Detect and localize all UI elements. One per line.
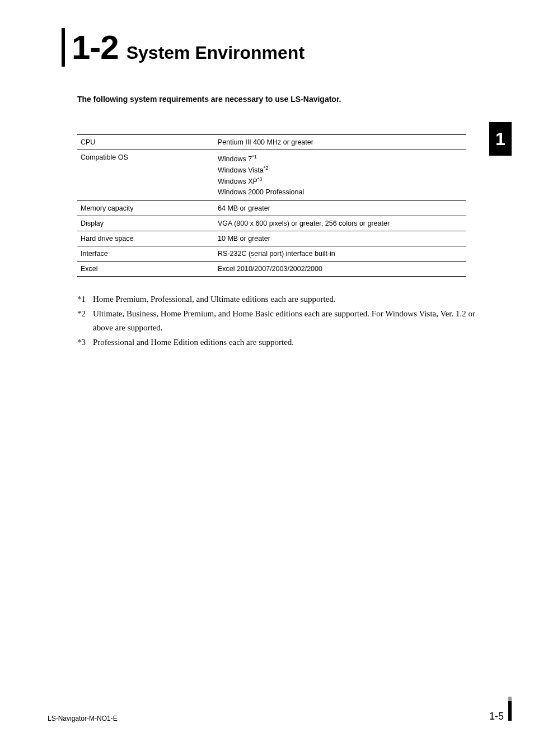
footer-accent-icon [508,697,512,722]
spec-label: Memory capacity [77,201,214,216]
os-line: Windows 7*1 [218,153,463,165]
os-line: Windows 2000 Professional [218,187,463,198]
spec-table: CPU Pentium III 400 MHz or greater Compa… [77,134,466,277]
section-title: System Environment [127,43,305,63]
footer-page-wrap: 1-5 [489,697,512,722]
intro-text: The following system requirements are ne… [77,95,486,104]
section-heading: 1-2 System Environment [62,28,486,67]
footnote: *1 Home Premium, Professional, and Ultim… [77,292,486,307]
footnote: *2 Ultimate, Business, Home Premium, and… [77,307,486,335]
spec-label: CPU [77,135,214,150]
page-footer: LS-Navigator-M-NO1-E 1-5 [48,697,512,722]
spec-value: 10 MB or greater [214,231,466,246]
footnote-text: Home Premium, Professional, and Ultimate… [93,292,336,307]
table-row: Display VGA (800 x 600 pixels) or greate… [77,216,466,231]
footnote-mark: *3 [77,335,93,350]
footnote-text: Professional and Home Edition editions e… [93,335,294,350]
spec-value: Pentium III 400 MHz or greater [214,135,466,150]
spec-value-os: Windows 7*1 Windows Vista*2 Windows XP*3… [214,150,466,201]
spec-value: VGA (800 x 600 pixels) or greater, 256 c… [214,216,466,231]
footer-doc-id: LS-Navigator-M-NO1-E [48,715,118,722]
footnotes: *1 Home Premium, Professional, and Ultim… [77,292,486,349]
footnote: *3 Professional and Home Edition edition… [77,335,486,350]
chapter-tab: 1 [489,122,512,156]
table-row: Compatible OS Windows 7*1 Windows Vista*… [77,150,466,201]
os-line: Windows Vista*2 [218,165,463,176]
footnote-text: Ultimate, Business, Home Premium, and Ho… [93,307,486,335]
footer-page-number: 1-5 [489,711,504,722]
table-row: Interface RS-232C (serial port) interfac… [77,246,466,262]
spec-label: Compatible OS [77,150,214,201]
spec-value: Excel 2010/2007/2003/2002/2000 [214,262,466,277]
spec-label: Display [77,216,214,231]
spec-label: Excel [77,262,214,277]
table-row: Excel Excel 2010/2007/2003/2002/2000 [77,262,466,277]
table-row: Memory capacity 64 MB or greater [77,201,466,216]
os-line: Windows XP*3 [218,176,463,187]
footnote-mark: *2 [77,307,93,335]
spec-label: Interface [77,246,214,262]
spec-label: Hard drive space [77,231,214,246]
table-row: CPU Pentium III 400 MHz or greater [77,135,466,150]
footnote-mark: *1 [77,292,93,307]
spec-value: RS-232C (serial port) interface built-in [214,246,466,262]
spec-value: 64 MB or greater [214,201,466,216]
table-row: Hard drive space 10 MB or greater [77,231,466,246]
section-number: 1-2 [72,28,119,67]
